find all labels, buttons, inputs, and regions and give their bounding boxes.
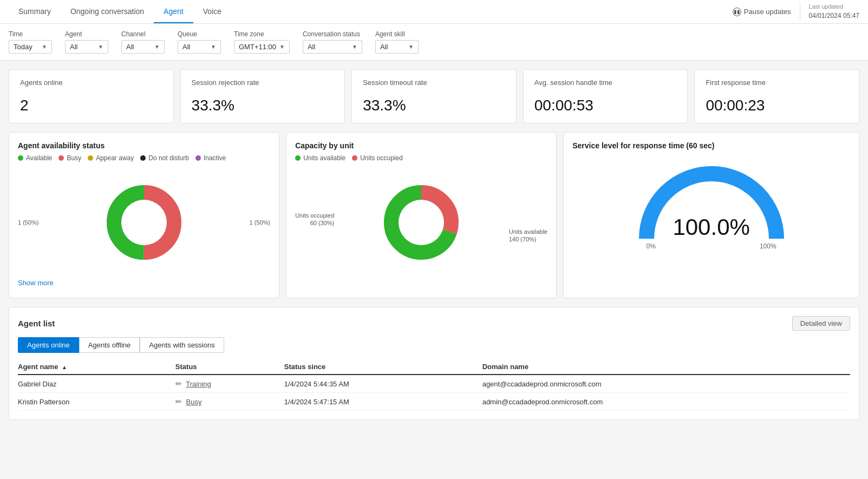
col-domain: Domain name	[482, 359, 850, 375]
filter-channel-value: All	[126, 43, 134, 51]
filter-timezone-caret: ▼	[279, 44, 285, 50]
filter-conversation-status-value: All	[308, 43, 315, 51]
main-content: Agents online 2 Session rejection rate 3…	[0, 61, 868, 429]
availability-chart-title: Agent availability status	[18, 141, 270, 150]
filter-channel-select[interactable]: All ▼	[121, 40, 165, 54]
filter-conversation-status-select[interactable]: All ▼	[303, 40, 362, 54]
agent-list-tabs: Agents online Agents offline Agents with…	[18, 337, 850, 353]
filter-timezone: Time zone GMT+11:00 ▼	[234, 30, 290, 54]
filter-queue-caret: ▼	[211, 44, 216, 50]
kpi-session-rejection-title: Session rejection rate	[192, 78, 334, 87]
legend-available-label: Available	[26, 154, 52, 162]
svg-point-3	[121, 200, 167, 245]
filter-time-select[interactable]: Today ▼	[9, 40, 52, 54]
legend-units-available: Units available	[295, 154, 345, 162]
table-row: Gabriel Diaz ✏ Training 1/4/2024 5:44:35…	[18, 375, 850, 393]
show-more-link[interactable]: Show more	[18, 277, 270, 289]
agent-status-since-kristin: 1/4/2024 5:47:15 AM	[284, 393, 482, 411]
filter-queue-select[interactable]: All ▼	[178, 40, 221, 54]
legend-available: Available	[18, 154, 52, 162]
gauge-axis: 0% 100%	[636, 242, 787, 250]
filter-agent-select[interactable]: All ▼	[65, 40, 108, 54]
col-agent-name-label: Agent name	[18, 363, 58, 371]
gauge-wrap: 100.0% 0% 100%	[572, 154, 850, 250]
tab-voice[interactable]: Voice	[193, 1, 231, 23]
legend-dnd-label: Do not disturb	[148, 154, 189, 162]
filter-queue-label: Queue	[178, 30, 221, 38]
agent-name-gabriel: Gabriel Diaz	[18, 375, 175, 393]
table-row: Kristin Patterson ✏ Busy 1/4/2024 5:47:1…	[18, 393, 850, 411]
legend-units-available-label: Units available	[303, 154, 345, 162]
availability-label-left: 1 (50%)	[18, 219, 39, 226]
agent-table: Agent name ▲ Status Status since Domain …	[18, 359, 850, 411]
kpi-session-timeout-value: 33.3%	[363, 97, 505, 114]
kpi-first-response-value: 00:00:23	[706, 97, 848, 114]
filter-timezone-select[interactable]: GMT+11:00 ▼	[234, 40, 290, 54]
edit-icon-gabriel: ✏	[175, 379, 182, 388]
gauge-axis-max: 100%	[760, 242, 776, 250]
legend-units-occupied: Units occupied	[352, 154, 403, 162]
kpi-avg-handle-time-value: 00:00:53	[534, 97, 677, 114]
capacity-chart-title: Capacity by unit	[295, 141, 547, 150]
legend-inactive: Inactive	[195, 154, 226, 162]
tab-agents-online[interactable]: Agents online	[18, 337, 79, 353]
legend-units-occupied-dot	[352, 155, 357, 161]
filter-agent-value: All	[70, 43, 77, 51]
availability-label-right: 1 (50%)	[250, 219, 271, 226]
filter-channel-caret: ▼	[154, 44, 160, 50]
legend-busy: Busy	[58, 154, 81, 162]
tab-summary[interactable]: Summary	[9, 1, 61, 23]
legend-units-occupied-label: Units occupied	[360, 154, 403, 162]
top-nav-right: ▮▮ Pause updates Last updated 04/01/2024…	[733, 3, 859, 20]
filter-agent-caret: ▼	[98, 44, 103, 50]
gauge-value: 100.0%	[673, 214, 749, 240]
legend-inactive-label: Inactive	[204, 154, 226, 162]
filter-queue-value: All	[182, 43, 190, 51]
filter-time: Time Today ▼	[9, 30, 52, 54]
legend-do-not-disturb: Do not disturb	[140, 154, 189, 162]
tab-agents-with-sessions[interactable]: Agents with sessions	[140, 337, 224, 353]
filter-agent-skill-caret: ▼	[408, 44, 414, 50]
filter-time-label: Time	[9, 30, 52, 38]
charts-row: Agent availability status Available Busy…	[9, 132, 859, 298]
agent-status-since-gabriel: 1/4/2024 5:44:35 AM	[284, 375, 482, 393]
tab-agents-offline[interactable]: Agents offline	[79, 337, 140, 353]
filter-agent-skill-select[interactable]: All ▼	[375, 40, 419, 54]
filter-timezone-label: Time zone	[234, 30, 290, 38]
tab-ongoing-conversation[interactable]: Ongoing conversation	[61, 1, 154, 23]
kpi-avg-handle-time: Avg. session handle time 00:00:53	[523, 69, 688, 123]
filter-channel-label: Channel	[121, 30, 165, 38]
kpi-session-rejection-value: 33.3%	[192, 97, 334, 114]
filter-conversation-status-caret: ▼	[352, 44, 357, 50]
agent-status-kristin: ✏ Busy	[175, 393, 284, 411]
detailed-view-button[interactable]: Detailed view	[792, 316, 850, 331]
filter-agent-skill-label: Agent skill	[375, 30, 419, 38]
show-more-text[interactable]: Show more	[18, 277, 54, 289]
service-chart-title: Service level for response time (60 sec)	[572, 141, 850, 150]
last-updated: Last updated 04/01/2024 05:47	[800, 3, 859, 20]
legend-inactive-dot	[195, 155, 201, 161]
capacity-chart-legend: Units available Units occupied	[295, 154, 547, 162]
status-value-gabriel: Training	[186, 380, 211, 388]
filter-agent: Agent All ▼	[65, 30, 108, 54]
col-status-since: Status since	[284, 359, 482, 375]
kpi-agents-online: Agents online 2	[9, 69, 174, 123]
capacity-donut-wrap: Units occupied60 (30%) Units available14…	[295, 168, 547, 277]
last-updated-label: Last updated	[809, 3, 859, 11]
capacity-label-occupied: Units occupied60 (30%)	[295, 212, 334, 227]
kpi-session-timeout-title: Session timeout rate	[363, 78, 505, 87]
table-header-row: Agent name ▲ Status Status since Domain …	[18, 359, 850, 375]
availability-chart: Agent availability status Available Busy…	[9, 132, 279, 298]
tab-agent[interactable]: Agent	[154, 1, 193, 23]
legend-available-dot	[18, 155, 23, 161]
gauge-axis-min: 0%	[647, 242, 656, 250]
pause-updates-button[interactable]: ▮▮ Pause updates	[733, 8, 791, 16]
filter-timezone-value: GMT+11:00	[239, 43, 276, 51]
service-chart: Service level for response time (60 sec)…	[563, 132, 859, 298]
sort-icon-name: ▲	[62, 364, 67, 370]
kpi-agents-online-title: Agents online	[20, 78, 162, 87]
filter-bar: Time Today ▼ Agent All ▼ Channel All ▼ Q…	[0, 24, 868, 61]
agent-list-section: Agent list Detailed view Agents online A…	[9, 307, 859, 420]
legend-appear-away-dot	[88, 155, 93, 161]
agent-status-gabriel: ✏ Training	[175, 375, 284, 393]
